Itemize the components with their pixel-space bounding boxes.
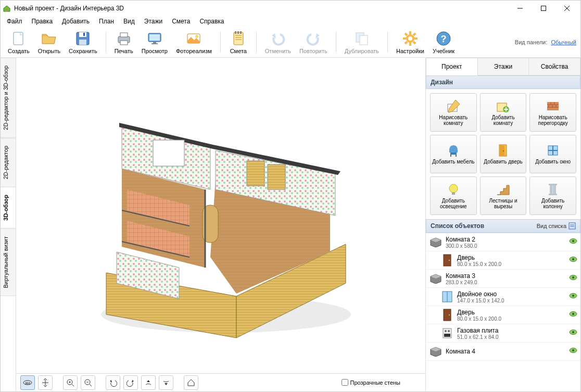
save-button[interactable]: Сохранить — [66, 29, 100, 55]
print-button[interactable]: Печать — [111, 29, 136, 55]
object-dimensions: 300.0 x 580.0 — [446, 243, 569, 249]
tab-properties[interactable]: Свойства — [529, 58, 580, 75]
svg-rect-8 — [79, 40, 86, 45]
add-light-button[interactable]: Добавить освещение — [430, 176, 477, 215]
tilt-down-button[interactable] — [159, 375, 173, 390]
svg-point-133 — [572, 331, 574, 333]
menu-estimate[interactable]: Смета — [168, 17, 194, 26]
3d-canvas[interactable] — [16, 58, 425, 373]
menu-file[interactable]: Файл — [3, 17, 27, 26]
object-type-icon — [429, 345, 443, 358]
draw-partition-button[interactable]: Нарисовать перегородку — [529, 93, 576, 132]
visibility-toggle[interactable] — [569, 238, 577, 246]
rotate-left-button[interactable] — [106, 375, 120, 390]
zoom-in-button[interactable] — [63, 375, 78, 390]
rotate-right-button[interactable] — [123, 375, 138, 390]
object-dimensions: 147.0 x 15.0 x 142.0 — [457, 298, 569, 304]
create-button[interactable]: Создать — [5, 29, 33, 55]
svg-rect-16 — [151, 43, 158, 44]
tab-floors[interactable]: Этажи — [478, 58, 529, 75]
menubar: Файл Правка Добавить План Вид Этажи Смет… — [1, 16, 580, 27]
stairs-button[interactable]: Лестницы и вырезы — [480, 176, 527, 215]
add-column-button[interactable]: Добавить колонну — [529, 176, 576, 215]
svg-rect-61 — [247, 161, 264, 186]
add-room-button[interactable]: Добавить комнату — [480, 93, 527, 132]
add-furniture-button[interactable]: Добавить мебель — [430, 135, 477, 173]
visibility-toggle[interactable] — [569, 256, 577, 264]
list-item[interactable]: Дверь80.0 x 15.0 x 200.0 — [426, 306, 580, 324]
photorealism-button[interactable]: Фотореализм — [173, 29, 215, 55]
estimate-button[interactable]: Смета — [226, 29, 251, 55]
titlebar: Новый проект - Дизайн Интерьера 3D — [1, 1, 580, 16]
svg-point-111 — [572, 240, 574, 242]
brick-wall-icon — [546, 99, 560, 113]
view-toolbar: 360 Прозрачные стены — [16, 373, 425, 391]
object-name: Комната 2 — [446, 236, 569, 243]
svg-rect-14 — [149, 34, 160, 41]
menu-view[interactable]: Вид — [119, 17, 139, 26]
left-tab-3d[interactable]: 3D-обзор — [1, 187, 16, 229]
list-item[interactable]: Комната 4 — [426, 343, 580, 361]
home-view-button[interactable] — [184, 375, 198, 390]
list-item[interactable]: Комната 3283.0 x 249.0 — [426, 270, 580, 288]
menu-floors[interactable]: Этажи — [140, 17, 167, 26]
right-tabs: Проект Этажи Свойства — [426, 58, 580, 75]
app-icon — [3, 4, 11, 12]
transparent-walls-input[interactable] — [342, 379, 348, 386]
objects-header: Список объектов Вид списка — [426, 219, 580, 233]
visibility-toggle[interactable] — [569, 293, 577, 301]
left-tab-2d[interactable]: 2D-редактор — [1, 138, 16, 187]
svg-rect-7 — [79, 32, 86, 37]
draw-room-button[interactable]: Нарисовать комнату — [430, 93, 477, 132]
menu-help[interactable]: Справка — [195, 17, 228, 26]
zoom-out-button[interactable] — [81, 375, 95, 390]
tutorial-button[interactable]: ?Учебник — [430, 29, 458, 55]
help-icon: ? — [435, 30, 452, 47]
svg-point-127 — [572, 313, 574, 315]
transparent-walls-checkbox[interactable]: Прозрачные стены — [342, 379, 400, 386]
panel-mode-link[interactable]: Обычный — [551, 39, 576, 45]
svg-line-75 — [90, 384, 92, 386]
svg-rect-15 — [153, 42, 156, 43]
visibility-toggle[interactable] — [569, 347, 577, 356]
tilt-up-button[interactable] — [141, 375, 156, 390]
settings-button[interactable]: Настройки — [393, 29, 427, 55]
list-item[interactable]: Двойное окно147.0 x 15.0 x 142.0 — [426, 288, 580, 306]
add-door-button[interactable]: Добавить дверь — [480, 135, 527, 173]
orbit-360-button[interactable]: 360 — [20, 375, 35, 390]
list-view-toggle[interactable]: Вид списка — [537, 222, 576, 230]
open-button[interactable]: Открыть — [35, 29, 64, 55]
undo-button[interactable]: Отменить — [262, 29, 294, 55]
minimize-button[interactable] — [508, 1, 532, 16]
toolbar: Создать Открыть Сохранить Печать Просмот… — [1, 27, 580, 58]
close-button[interactable] — [555, 1, 578, 16]
visibility-toggle[interactable] — [569, 311, 577, 319]
pan-button[interactable] — [38, 375, 53, 390]
list-item[interactable]: Комната 2300.0 x 580.0 — [426, 233, 580, 251]
menu-plan[interactable]: План — [95, 17, 118, 26]
list-item[interactable]: Газовая плита51.0 x 62.1 x 84.0 — [426, 324, 580, 343]
tab-project[interactable]: Проект — [426, 58, 478, 75]
duplicate-button[interactable]: Дублировать — [342, 29, 382, 55]
object-name: Комната 3 — [446, 272, 569, 280]
design-tool-grid: Нарисовать комнату Добавить комнату Нари… — [426, 89, 580, 219]
visibility-toggle[interactable] — [569, 329, 577, 337]
svg-point-98 — [449, 184, 458, 193]
svg-point-28 — [407, 35, 413, 42]
menu-add[interactable]: Добавить — [58, 17, 94, 26]
panel-mode-label: Вид панели: Обычный — [515, 39, 576, 45]
svg-rect-131 — [444, 334, 450, 337]
preview-button[interactable]: Просмотр — [138, 29, 171, 55]
visibility-toggle[interactable] — [569, 274, 577, 283]
list-view-icon — [569, 222, 576, 230]
redo-button[interactable]: Повторить — [296, 29, 331, 55]
object-dimensions: 283.0 x 249.0 — [446, 280, 569, 285]
left-tab-virtual[interactable]: Виртуальный визит — [1, 229, 16, 296]
stairs-icon — [496, 182, 510, 197]
list-item[interactable]: Дверь80.0 x 15.0 x 200.0 — [426, 251, 580, 270]
maximize-button[interactable] — [532, 1, 555, 16]
object-dimensions: 80.0 x 15.0 x 200.0 — [457, 261, 569, 267]
left-tab-2d-3d[interactable]: 2D-редактор и 3D-обзор — [1, 58, 16, 138]
menu-edit[interactable]: Правка — [28, 17, 57, 26]
add-window-button[interactable]: Добавить окно — [529, 135, 576, 173]
